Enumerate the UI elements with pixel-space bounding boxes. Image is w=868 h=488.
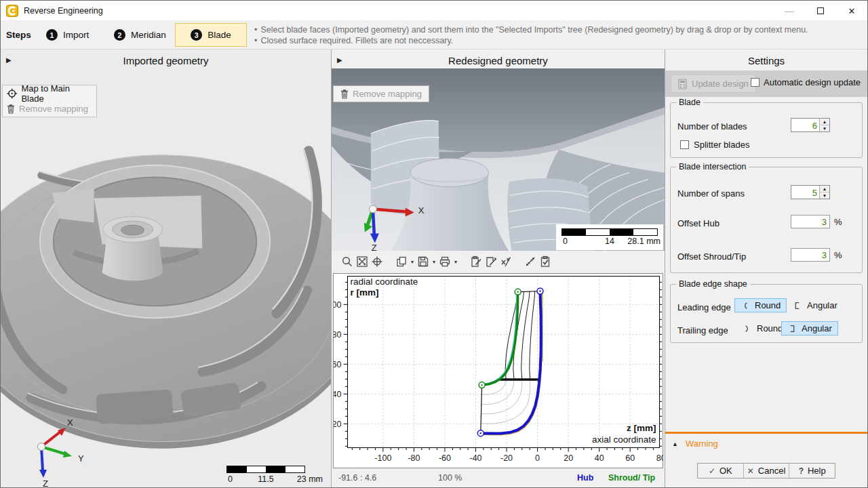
splitter-blades-label: Splitter blades bbox=[694, 140, 749, 150]
bullet-icon: • bbox=[254, 36, 257, 45]
scale-bar-segments bbox=[561, 228, 658, 236]
blade-intersection-group: Blade intersection Number of spans 5 ▲▼ … bbox=[670, 167, 863, 273]
step-blade[interactable]: 3 Blade bbox=[175, 23, 247, 47]
offset-shroud-field[interactable]: 3 bbox=[791, 248, 830, 262]
automatic-design-update-checkbox[interactable] bbox=[751, 78, 760, 87]
trailing-edge-angular-button[interactable]: Angular bbox=[781, 321, 838, 336]
redesigned-panel-title: Redesigned geometry bbox=[332, 55, 665, 66]
update-design-button[interactable]: Update design bbox=[671, 75, 756, 93]
step-import[interactable]: 1 Import bbox=[46, 29, 89, 41]
reverse-engineering-window: Reverse Engineering — ✕ Steps 1 Import 2… bbox=[0, 0, 868, 488]
app-logo-icon bbox=[6, 5, 18, 17]
svg-text:-100: -100 bbox=[374, 453, 391, 463]
blade-intersection-title: Blade intersection bbox=[676, 162, 749, 171]
measure-icon[interactable] bbox=[523, 254, 538, 269]
copy-dropdown-icon[interactable]: ▾ bbox=[409, 259, 416, 265]
number-of-blades-stepper[interactable]: 6 ▲▼ bbox=[791, 118, 830, 132]
trailing-angular-label: Angular bbox=[802, 323, 832, 333]
leading-edge-round-button[interactable]: Round bbox=[734, 298, 787, 312]
offset-hub-field[interactable]: 3 bbox=[791, 215, 830, 228]
print-dropdown-icon[interactable]: ▾ bbox=[452, 259, 459, 265]
redesigned-geometry-panel: ▶ Redesigned geometry bbox=[332, 49, 665, 487]
maximize-button[interactable] bbox=[805, 1, 836, 21]
imported-scale-bar: 0 11.5 23 mm bbox=[226, 466, 323, 485]
legend-hub: Hub bbox=[577, 473, 593, 483]
fit-view-icon[interactable] bbox=[355, 254, 370, 269]
cancel-button[interactable]: ✕ Cancel bbox=[743, 464, 789, 478]
leading-edge-label: Leading edge bbox=[677, 302, 731, 312]
map-to-main-blade-button[interactable]: Map to Main Blade bbox=[3, 85, 96, 101]
minimize-button[interactable]: — bbox=[774, 1, 805, 21]
scale-mid: 14 bbox=[605, 237, 614, 246]
automatic-design-update-label: Automatic design update bbox=[764, 77, 861, 87]
settings-panel: Settings Update design Automatic design … bbox=[665, 49, 867, 487]
spin-down-icon[interactable]: ▼ bbox=[820, 192, 829, 199]
steps-info: •Select blade faces (Imported geometry) … bbox=[254, 24, 808, 46]
scale-start: 0 bbox=[228, 474, 233, 484]
maximize-icon bbox=[817, 7, 824, 14]
redesigned-scale-bar: 0 14 28.1 mm bbox=[556, 224, 663, 250]
update-design-label: Update design bbox=[692, 79, 749, 89]
save-dropdown-icon[interactable]: ▾ bbox=[431, 259, 437, 265]
bullet-icon: • bbox=[254, 25, 257, 35]
crosshair-icon[interactable] bbox=[370, 254, 384, 269]
edit-curves-icon[interactable] bbox=[484, 254, 498, 269]
axis-z-label: Z bbox=[372, 243, 377, 251]
collapse-up-icon[interactable]: ▲ bbox=[672, 441, 678, 447]
number-of-spans-value: 5 bbox=[791, 186, 819, 199]
plot-toolbar: ▾ ▾ ▾ bbox=[332, 250, 665, 273]
crosshair-icon bbox=[7, 88, 17, 99]
step-meridian[interactable]: 2 Meridian bbox=[114, 29, 166, 41]
remove-mapping-button[interactable]: Remove mapping bbox=[3, 101, 96, 117]
delete-points-icon[interactable] bbox=[498, 254, 513, 269]
axis-x-label: X bbox=[67, 418, 73, 428]
warning-label: Warning bbox=[686, 439, 718, 449]
warning-section[interactable]: ▲ Warning bbox=[672, 439, 718, 449]
help-button[interactable]: ? Help bbox=[789, 464, 835, 478]
save-icon[interactable] bbox=[416, 254, 431, 269]
splitter-blades-checkbox[interactable] bbox=[680, 140, 689, 149]
map-to-main-blade-label: Map to Main Blade bbox=[21, 83, 92, 104]
svg-text:-40: -40 bbox=[469, 453, 481, 463]
mapping-toolbar: Map to Main Blade Remove mapping bbox=[2, 85, 97, 117]
meridian-plot[interactable]: -100-80-60-40-2002040608020406080100radi… bbox=[333, 273, 663, 468]
copy-icon[interactable] bbox=[394, 254, 409, 269]
splitter-blades-option[interactable]: Splitter blades bbox=[680, 140, 749, 150]
round-open-right-icon bbox=[741, 300, 750, 312]
svg-text:r [mm]: r [mm] bbox=[351, 287, 379, 298]
number-of-spans-stepper[interactable]: 5 ▲▼ bbox=[791, 185, 830, 199]
axis-z-label: Z bbox=[43, 479, 48, 487]
step-1-label: Import bbox=[63, 30, 89, 40]
scale-bar-segments bbox=[226, 466, 305, 473]
ok-button[interactable]: ✓ OK bbox=[698, 464, 743, 478]
apply-checklist-icon[interactable] bbox=[538, 254, 553, 269]
leading-edge-angular-button[interactable]: Angular bbox=[787, 298, 844, 312]
offset-shroud-label: Offset Shroud/Tip bbox=[677, 251, 746, 262]
remove-mapping-button[interactable]: Remove mapping bbox=[333, 85, 429, 102]
redesigned-3d-viewport[interactable]: ▶ Redesigned geometry bbox=[332, 49, 665, 250]
svg-text:-60: -60 bbox=[439, 453, 451, 463]
trash-icon bbox=[7, 104, 15, 114]
close-button[interactable]: ✕ bbox=[836, 1, 867, 21]
warning-divider bbox=[665, 432, 867, 434]
spin-down-icon[interactable]: ▼ bbox=[820, 125, 829, 131]
number-of-blades-label: Number of blades bbox=[677, 121, 747, 131]
axis-x-label: X bbox=[418, 205, 425, 216]
svg-text:20: 20 bbox=[334, 420, 342, 429]
titlebar: Reverse Engineering — ✕ bbox=[1, 1, 867, 21]
meridian-plot-canvas[interactable]: -100-80-60-40-2002040608020406080100radi… bbox=[334, 274, 663, 466]
print-icon[interactable] bbox=[437, 254, 452, 269]
automatic-design-update-option[interactable]: Automatic design update bbox=[751, 77, 861, 87]
blade-group-title: Blade bbox=[676, 98, 703, 107]
spin-up-icon[interactable]: ▲ bbox=[820, 186, 829, 192]
svg-text:80: 80 bbox=[656, 453, 663, 463]
update-band: Update design Automatic design update bbox=[665, 70, 867, 97]
edit-points-icon[interactable] bbox=[469, 254, 484, 269]
plot-status-bar: -91.6 : 4.6 100 % Hub Shroud/ Tip bbox=[332, 468, 665, 487]
spin-up-icon[interactable]: ▲ bbox=[820, 119, 829, 125]
svg-text:-20: -20 bbox=[500, 453, 513, 463]
zoom-icon[interactable] bbox=[340, 254, 355, 269]
info-line-2: Closed surface required. Fillets are not… bbox=[260, 36, 453, 45]
step-1-badge: 1 bbox=[46, 29, 58, 41]
window-title: Reverse Engineering bbox=[24, 6, 103, 16]
